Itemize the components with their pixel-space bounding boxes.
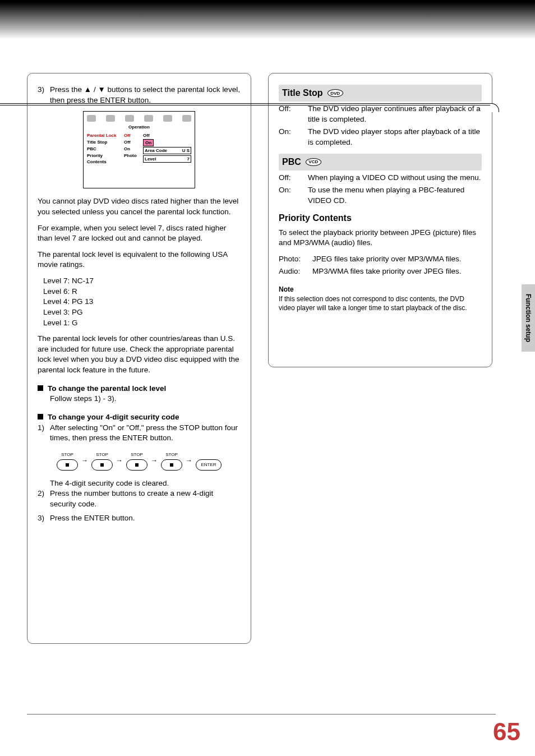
step-number: 1) xyxy=(38,423,50,444)
stop-button-graphic: STOP xyxy=(57,451,78,471)
rating-item: Level 1: G xyxy=(43,318,241,329)
osd-item-value: Off xyxy=(124,139,140,145)
section-title-stop: Title Stop DVD xyxy=(279,85,482,102)
pc-photo: Photo: JPEG files take priority over MP3… xyxy=(279,254,482,265)
osd-item-value: Photo xyxy=(124,153,140,159)
osd-item-value: On xyxy=(124,146,140,152)
stop-label: STOP xyxy=(96,451,108,458)
subheading-change-code: To change your 4-digit security code xyxy=(38,412,241,423)
def-label: Photo: xyxy=(279,254,312,265)
def-value: The DVD video player stops after playbac… xyxy=(308,127,482,147)
osd-item-value: Off xyxy=(124,132,140,139)
side-tab: Function setup xyxy=(522,284,535,352)
osd-tab-icons xyxy=(84,112,195,124)
paragraph: The parental lock level is equivalent to… xyxy=(38,250,241,270)
subheading-text: To change your 4-digit security code xyxy=(48,412,179,423)
cleared-text: The 4-digit security code is cleared. xyxy=(50,478,241,489)
stop-icon xyxy=(126,459,147,471)
right-panel: Title Stop DVD Off: The DVD video player… xyxy=(268,73,492,367)
osd-submenu: Off On Area CodeU S Level7 xyxy=(143,132,191,165)
step-number: 2) xyxy=(38,488,50,509)
arrow-icon: → xyxy=(81,456,88,465)
ratings-list: Level 7: NC-17 Level 6: R Level 4: PG 13… xyxy=(43,276,241,328)
enter-button-graphic: ENTER xyxy=(196,451,222,471)
paragraph: The parental lock levels for other count… xyxy=(38,334,241,376)
osd-item-label: PBC xyxy=(87,146,121,152)
def-value: To use the menu when playing a PBC-featu… xyxy=(308,185,482,206)
rating-item: Level 7: NC-17 xyxy=(43,276,241,287)
pbc-on: On: To use the menu when playing a PBC-f… xyxy=(279,185,482,206)
osd-sub-off: Off xyxy=(143,132,191,139)
pc-description: To select the playback priority between … xyxy=(279,228,482,248)
stop-icon xyxy=(91,459,113,471)
button-sequence: STOP → STOP → STOP → STOP → ENTER xyxy=(38,451,241,471)
code-step1: 1) After selecting "On" or "Off," press … xyxy=(38,423,241,444)
osd-item-label: Priority Contents xyxy=(87,153,121,165)
step-text: Press the number buttons to create a new… xyxy=(50,488,241,509)
arrow-icon: → xyxy=(151,456,158,465)
def-label: Off: xyxy=(279,173,308,183)
pc-audio: Audio: MP3/WMA files take priority over … xyxy=(279,266,482,277)
step-number: 3) xyxy=(38,513,50,524)
page-content: 3) Press the ▲ / ▼ buttons to select the… xyxy=(0,39,535,644)
stop-label: STOP xyxy=(61,451,73,458)
step-text: After selecting "On" or "Off," press the… xyxy=(50,423,241,444)
step-number: 3) xyxy=(38,85,50,105)
enter-icon: ENTER xyxy=(196,459,222,471)
square-bullet-icon xyxy=(38,385,43,391)
subheading-change-level: To change the parental lock level xyxy=(38,384,241,394)
follow-text: Follow steps 1) - 3). xyxy=(50,394,241,404)
stop-icon xyxy=(57,459,78,471)
def-label: Audio: xyxy=(279,266,312,277)
osd-item-label: Title Stop xyxy=(87,139,121,145)
step-text: Press the ENTER button. xyxy=(50,513,241,524)
title-stop-on: On: The DVD video player stops after pla… xyxy=(279,127,482,147)
osd-area-code: Area CodeU S xyxy=(143,147,191,154)
stop-label: STOP xyxy=(131,451,143,458)
rating-item: Level 3: PG xyxy=(43,307,241,318)
stop-label: STOP xyxy=(165,451,178,458)
square-bullet-icon xyxy=(38,414,43,420)
page-number: 65 xyxy=(493,718,520,746)
top-gradient xyxy=(0,0,535,39)
osd-values: Off Off On Photo xyxy=(124,132,140,165)
osd-item-label: Parental Lock xyxy=(87,132,121,139)
step-3: 3) Press the ▲ / ▼ buttons to select the… xyxy=(38,85,241,105)
osd-level: Level7 xyxy=(143,155,191,163)
stop-button-graphic: STOP xyxy=(91,451,113,471)
def-label: On: xyxy=(279,127,308,147)
note-heading: Note xyxy=(279,285,482,294)
stop-button-graphic: STOP xyxy=(161,451,182,471)
section-title: Priority Contents xyxy=(279,212,352,224)
pbc-off: Off: When playing a VIDEO CD without usi… xyxy=(279,173,482,183)
step-text: Press the ▲ / ▼ buttons to select the pa… xyxy=(50,85,241,105)
rating-item: Level 6: R xyxy=(43,287,241,297)
spacer xyxy=(208,451,209,458)
osd-labels: Parental Lock Title Stop PBC Priority Co… xyxy=(87,132,121,165)
osd-sub-on: On xyxy=(143,139,191,146)
note-text: If this selection does not correspond to… xyxy=(279,294,482,312)
side-tab-label: Function setup xyxy=(524,294,532,342)
code-step2: 2) Press the number buttons to create a … xyxy=(38,488,241,509)
stop-icon xyxy=(161,459,182,471)
arrow-icon: → xyxy=(186,456,192,465)
osd-title: Operation xyxy=(84,124,195,130)
osd-screenshot: Operation Parental Lock Title Stop PBC P… xyxy=(83,111,195,188)
bottom-rule xyxy=(27,714,496,714)
header-rule xyxy=(0,103,493,110)
section-priority-contents: Priority Contents xyxy=(279,212,482,224)
section-title: PBC xyxy=(282,156,301,168)
left-panel: 3) Press the ▲ / ▼ buttons to select the… xyxy=(27,73,251,644)
def-value: When playing a VIDEO CD without using th… xyxy=(308,173,482,183)
paragraph: You cannot play DVD video discs rated hi… xyxy=(38,196,241,217)
section-pbc: PBC VCD xyxy=(279,154,482,170)
arrow-icon: → xyxy=(116,456,123,465)
def-label: On: xyxy=(279,185,308,206)
stop-button-graphic: STOP xyxy=(126,451,147,471)
vcd-badge-icon: VCD xyxy=(306,158,321,166)
dvd-badge-icon: DVD xyxy=(328,89,343,97)
def-value: MP3/WMA files take priority over JPEG fi… xyxy=(312,266,482,277)
code-step3: 3) Press the ENTER button. xyxy=(38,513,241,524)
def-value: JPEG files take priority over MP3/WMA fi… xyxy=(312,254,482,265)
subheading-text: To change the parental lock level xyxy=(48,384,166,394)
